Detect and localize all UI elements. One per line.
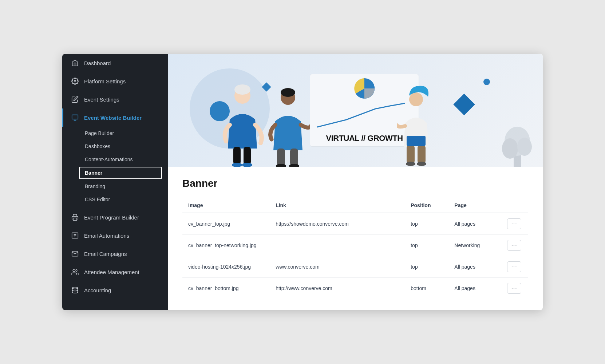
- cell-page: Networking: [448, 235, 500, 256]
- svg-point-0: [74, 80, 76, 82]
- svg-rect-5: [72, 233, 78, 238]
- sidebar-sub-label-content-automations: Content-Automations: [85, 157, 133, 162]
- svg-rect-20: [290, 149, 298, 166]
- sidebar-label-ewb: Event Website Builder: [84, 115, 142, 121]
- cell-action: ···: [500, 213, 528, 235]
- row-action-button[interactable]: ···: [507, 240, 521, 251]
- svg-point-12: [234, 84, 250, 95]
- table-row: cv_banner_top.jpg https://showdemo.conve…: [182, 213, 528, 235]
- database-icon: [71, 286, 79, 294]
- svg-rect-13: [233, 147, 241, 165]
- person1-figure: [219, 76, 266, 167]
- svg-point-27: [406, 162, 415, 166]
- cell-image: cv_banner_bottom.jpg: [182, 278, 270, 299]
- monitor-icon: [71, 114, 79, 122]
- sidebar-label-event-settings: Event Settings: [84, 96, 119, 103]
- sidebar-item-dashboard[interactable]: Dashboard: [62, 54, 168, 72]
- edit-icon: [71, 95, 79, 103]
- banner-table: Image Link Position Page cv_banner_top.j…: [182, 198, 528, 299]
- row-action-button[interactable]: ···: [507, 283, 521, 294]
- sidebar-sub-dashboxes[interactable]: Dashboxes: [62, 140, 168, 153]
- gear-icon: [71, 77, 79, 85]
- sidebar-sub-label-banner: Banner: [85, 170, 102, 176]
- sidebar: Dashboard Platform Settings Event Settin…: [62, 54, 168, 310]
- svg-rect-25: [407, 145, 415, 164]
- cell-image: cv_banner_top-networking.jpg: [182, 235, 270, 256]
- cell-image: cv_banner_top.jpg: [182, 213, 270, 235]
- svg-point-32: [502, 138, 518, 159]
- svg-rect-1: [72, 115, 78, 119]
- clipboard-icon: [71, 232, 79, 240]
- users-icon: [71, 268, 79, 276]
- sidebar-item-attendee-management[interactable]: Attendee Management: [62, 263, 168, 281]
- main-content: VIRTUAL // GROWTH: [168, 54, 543, 310]
- svg-rect-26: [418, 145, 426, 164]
- hero-banner: VIRTUAL // GROWTH: [168, 54, 543, 167]
- table-row: cv_banner_top-networking.jpg top Network…: [182, 235, 528, 256]
- svg-point-15: [232, 163, 242, 167]
- svg-point-9: [73, 269, 75, 272]
- person2-figure: [266, 79, 310, 167]
- sidebar-label-dashboard: Dashboard: [84, 60, 111, 66]
- mail-icon: [71, 250, 79, 258]
- sidebar-sub-label-dashboxes: Dashboxes: [85, 143, 110, 149]
- sidebar-item-event-program-builder[interactable]: Event Program Builder: [62, 208, 168, 226]
- sidebar-item-email-automations[interactable]: Email Automations: [62, 226, 168, 245]
- svg-point-24: [409, 92, 423, 106]
- svg-point-10: [72, 287, 78, 289]
- sidebar-label-accounting: Accounting: [84, 287, 111, 293]
- svg-rect-4: [73, 218, 77, 221]
- sidebar-label-email-campaigns: Email Campaigns: [84, 251, 127, 257]
- th-image: Image: [182, 198, 270, 213]
- svg-point-18: [281, 88, 295, 97]
- person3-figure: [397, 83, 435, 167]
- th-position: Position: [405, 198, 448, 213]
- pie-chart-svg: [353, 78, 375, 99]
- th-action: [500, 198, 528, 213]
- cell-link: [270, 235, 405, 256]
- cell-link: www.converve.com: [270, 256, 405, 278]
- sidebar-sub-label-page-builder: Page Builder: [85, 130, 114, 136]
- svg-point-28: [417, 162, 426, 166]
- cell-position: top: [405, 213, 448, 235]
- cell-position: bottom: [405, 278, 448, 299]
- dot-right: [483, 79, 490, 85]
- cell-position: top: [405, 235, 448, 256]
- cell-page: All pages: [448, 256, 500, 278]
- th-link: Link: [270, 198, 405, 213]
- cell-link: https://showdemo.converve.com: [270, 213, 405, 235]
- sidebar-sub-banner[interactable]: Banner: [79, 167, 162, 179]
- sidebar-item-event-website-builder[interactable]: Event Website Builder: [62, 108, 168, 127]
- cell-image: video-hosting-1024x256.jpg: [182, 256, 270, 278]
- content-area: Banner Image Link Position Page cv_banne…: [168, 167, 543, 310]
- cell-action: ···: [500, 235, 528, 256]
- printer-icon: [71, 213, 79, 221]
- row-action-button[interactable]: ···: [507, 218, 521, 229]
- cell-position: top: [405, 256, 448, 278]
- sidebar-label-epb: Event Program Builder: [84, 214, 139, 221]
- page-title: Banner: [182, 178, 528, 189]
- sidebar-sub-label-css-editor: CSS Editor: [85, 197, 110, 202]
- sidebar-sub-label-branding: Branding: [85, 183, 105, 189]
- svg-rect-14: [244, 147, 251, 165]
- chart-title: VIRTUAL // GROWTH: [326, 134, 403, 143]
- sidebar-item-event-settings[interactable]: Event Settings: [62, 90, 168, 108]
- sidebar-item-email-campaigns[interactable]: Email Campaigns: [62, 245, 168, 263]
- sidebar-sub-content-automations[interactable]: Content-Automations: [62, 153, 168, 166]
- svg-rect-19: [277, 149, 285, 166]
- sidebar-sub-page-builder[interactable]: Page Builder: [62, 127, 168, 140]
- cell-page: All pages: [448, 278, 500, 299]
- sidebar-sub-branding[interactable]: Branding: [62, 180, 168, 193]
- table-row: cv_banner_bottom.jpg http://www.converve…: [182, 278, 528, 299]
- svg-rect-29: [407, 136, 426, 146]
- table-row: video-hosting-1024x256.jpg www.converve.…: [182, 256, 528, 278]
- plant-figure: [499, 108, 535, 167]
- cell-page: All pages: [448, 213, 500, 235]
- sidebar-item-platform-settings[interactable]: Platform Settings: [62, 72, 168, 90]
- cell-action: ···: [500, 256, 528, 278]
- sidebar-sub-css-editor[interactable]: CSS Editor: [62, 193, 168, 206]
- row-action-button[interactable]: ···: [507, 261, 521, 272]
- svg-point-16: [242, 163, 252, 167]
- cell-link: http://www.converve.com: [270, 278, 405, 299]
- sidebar-item-accounting[interactable]: Accounting: [62, 281, 168, 299]
